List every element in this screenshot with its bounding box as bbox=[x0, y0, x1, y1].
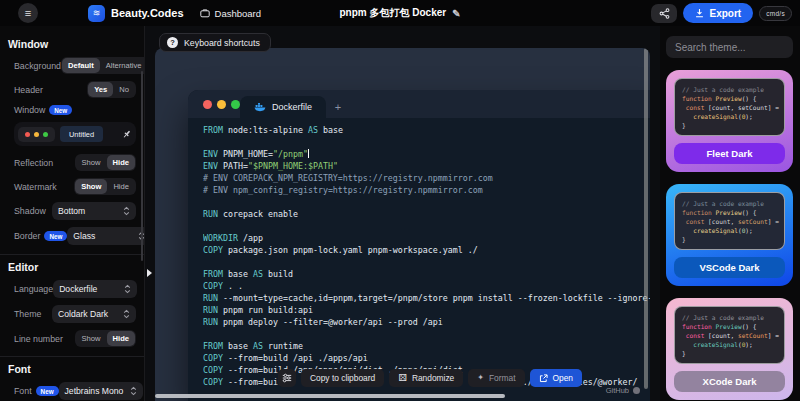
keyboard-shortcuts-pill[interactable]: ? Keyboard shortcuts bbox=[159, 33, 271, 52]
export-button[interactable]: Export bbox=[683, 3, 753, 23]
segmented-option[interactable]: Alternative bbox=[100, 58, 145, 73]
add-tab-button[interactable]: + bbox=[326, 96, 350, 118]
chevron-updown-icon bbox=[130, 386, 137, 396]
nav-dashboard[interactable]: Dashboard bbox=[200, 8, 261, 19]
theme-card[interactable]: // Just a code examplefunction Preview()… bbox=[666, 184, 793, 286]
code-line bbox=[203, 196, 650, 208]
theme-select-button[interactable]: Fleet Dark bbox=[674, 143, 785, 164]
horizontal-scrollbar[interactable] bbox=[155, 394, 505, 398]
preview-token: createSignal bbox=[693, 113, 738, 120]
theme-search-input[interactable] bbox=[666, 36, 793, 58]
code-line: COPY package.json pnpm-lock.yaml pnpm-wo… bbox=[203, 244, 650, 256]
new-badge: New bbox=[44, 231, 67, 241]
watermark: GitHub bbox=[606, 386, 640, 395]
segmented-control: ShowHide bbox=[75, 154, 136, 171]
segmented-option[interactable]: Show bbox=[76, 155, 107, 170]
docker-icon bbox=[254, 102, 266, 112]
preview-token: setCount bbox=[738, 332, 768, 339]
code-token: # ENV npm_config_registry=https://regist… bbox=[203, 185, 483, 195]
menu-button[interactable]: ≡ bbox=[18, 3, 38, 23]
preview-token: ); bbox=[745, 113, 752, 120]
edit-title-icon[interactable]: ✎ bbox=[452, 8, 460, 19]
open-button[interactable]: Open bbox=[530, 369, 583, 387]
select-control[interactable]: Coldark Dark bbox=[52, 305, 136, 323]
keyboard-shortcuts-label: Keyboard shortcuts bbox=[184, 38, 260, 48]
sidebar-scrollbar[interactable] bbox=[141, 71, 144, 261]
format-button[interactable]: ✦ Format bbox=[468, 369, 524, 387]
segmented-option[interactable]: Hide bbox=[107, 331, 135, 346]
randomize-button[interactable]: ⚄ Randomize bbox=[389, 369, 463, 387]
panel-collapse-handle[interactable] bbox=[147, 269, 152, 277]
preview-token: () { bbox=[742, 323, 757, 330]
hamburger-icon: ≡ bbox=[25, 7, 31, 19]
window-preview[interactable]: Untitled bbox=[14, 122, 136, 146]
pin-button[interactable] bbox=[121, 129, 132, 140]
preview-token: const bbox=[686, 332, 705, 339]
open-label: Open bbox=[553, 373, 574, 383]
segmented-option[interactable]: Show bbox=[76, 331, 107, 346]
vertical-scrollbar[interactable] bbox=[644, 48, 648, 389]
dashboard-icon bbox=[200, 9, 210, 18]
theme-select-button[interactable]: VSCode Dark bbox=[674, 257, 785, 278]
code-token: . . bbox=[223, 281, 243, 291]
select-control[interactable]: Glass bbox=[67, 227, 145, 245]
preview-token: Preview bbox=[716, 209, 742, 216]
preview-token: [count, bbox=[704, 218, 738, 225]
segmented-option[interactable]: Show bbox=[75, 179, 107, 194]
theme-code-preview: // Just a code examplefunction Preview()… bbox=[674, 306, 785, 364]
code-token: ENV bbox=[203, 161, 218, 171]
maximize-dot-icon[interactable] bbox=[231, 100, 240, 109]
code-line: COPY . . bbox=[203, 280, 650, 292]
setting-label: FontNew bbox=[14, 386, 59, 396]
window-title-value[interactable]: Untitled bbox=[60, 126, 103, 142]
question-mark-icon: ? bbox=[167, 37, 178, 48]
segmented-option[interactable]: Yes bbox=[88, 82, 113, 97]
code-token: WORKDIR bbox=[203, 233, 238, 243]
preview-code-line: const [count, setCount] = bbox=[682, 331, 777, 340]
minimize-dot-icon[interactable] bbox=[217, 100, 226, 109]
brand-name: Beauty.Codes bbox=[111, 7, 184, 19]
share-button[interactable] bbox=[651, 4, 677, 23]
code-token: runtime bbox=[263, 341, 303, 351]
segmented-option[interactable]: Default bbox=[62, 58, 100, 73]
export-label: Export bbox=[709, 8, 741, 19]
section-title: Window bbox=[8, 38, 136, 50]
tab-dockerfile[interactable]: Dockerfile bbox=[240, 96, 326, 118]
preview-token: ] = bbox=[768, 332, 779, 339]
code-token: COPY bbox=[203, 365, 223, 375]
document-title-text: pnpm 多包打包 Docker bbox=[339, 6, 446, 20]
theme-card[interactable]: // Just a code examplefunction Preview()… bbox=[666, 298, 793, 400]
copy-to-clipboard-button[interactable]: Copy to clipboard bbox=[301, 369, 384, 387]
code-token: PNPM_HOME= bbox=[218, 149, 273, 159]
segmented-option[interactable]: Hide bbox=[107, 155, 135, 170]
brand[interactable]: ≋ Beauty.Codes bbox=[88, 5, 184, 22]
preview-token: ] = bbox=[768, 218, 779, 225]
segmented-option[interactable]: No bbox=[113, 82, 135, 97]
theme-sidebar: // Just a code examplefunction Preview()… bbox=[660, 26, 800, 401]
code-token: base bbox=[223, 341, 253, 351]
setting-label: Reflection bbox=[14, 158, 53, 168]
select-control[interactable]: Dockerfile bbox=[53, 280, 137, 298]
setting-label: Line number bbox=[14, 334, 63, 344]
section-divider bbox=[0, 254, 144, 255]
preview-token: // Just a code example bbox=[682, 200, 764, 207]
preview-code-line: } bbox=[682, 349, 777, 358]
section-title: Font bbox=[8, 363, 136, 375]
close-dot-icon[interactable] bbox=[203, 100, 212, 109]
theme-select-button[interactable]: XCode Dark bbox=[674, 371, 785, 392]
select-control[interactable]: Jetbrains Mono bbox=[59, 382, 143, 400]
code-line: # ENV npm_config_registry=https://regist… bbox=[203, 184, 650, 196]
select-control[interactable]: Bottom bbox=[52, 202, 136, 220]
settings-sliders-button[interactable] bbox=[278, 369, 296, 387]
preview-code-line: // Just a code example bbox=[682, 313, 777, 322]
segmented-option[interactable]: Hide bbox=[107, 179, 135, 194]
traffic-lights bbox=[203, 100, 240, 109]
preview-token: ); bbox=[745, 227, 752, 234]
github-icon bbox=[633, 387, 640, 394]
preview-code-line: } bbox=[682, 235, 777, 244]
preview-token: Preview bbox=[716, 323, 742, 330]
theme-card[interactable]: // Just a code examplefunction Preview()… bbox=[666, 70, 793, 172]
chevron-updown-icon bbox=[124, 284, 131, 294]
segmented-control: ShowHide bbox=[74, 178, 136, 195]
code-token: RUN bbox=[203, 305, 218, 315]
